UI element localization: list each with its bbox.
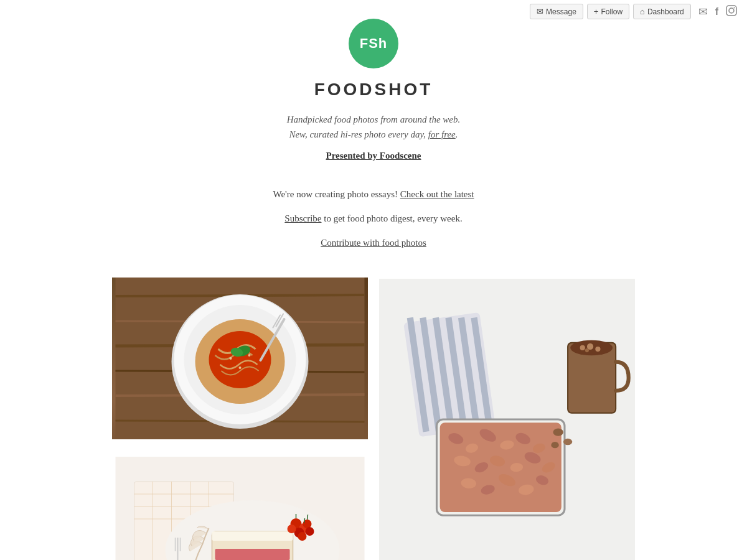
svg-point-52 — [551, 442, 558, 448]
svg-point-19 — [239, 366, 242, 369]
message-icon: ✉ — [537, 7, 543, 16]
svg-point-18 — [248, 354, 251, 357]
check-out-latest-link[interactable]: Check out the latest — [400, 189, 474, 199]
presented-by-link[interactable]: Presented by Foodscene — [326, 151, 421, 161]
tagline-line1: Handpicked food photos from around the w… — [287, 112, 460, 127]
photo-item-granola[interactable] — [379, 278, 635, 560]
svg-rect-72 — [215, 549, 290, 560]
svg-point-51 — [563, 439, 572, 445]
berry-photo — [112, 457, 368, 560]
dashboard-label: Dashboard — [647, 7, 684, 16]
tagline: Handpicked food photos from around the w… — [287, 112, 460, 142]
header: FSh FOODSHOT Handpicked food photos from… — [0, 0, 747, 167]
email-social-icon[interactable]: ✉ — [698, 5, 708, 19]
subscribe-paragraph: Subscribe to get food photo digest, ever… — [12, 210, 735, 227]
essays-paragraph: We're now creating photo essays! Check o… — [12, 186, 735, 203]
svg-point-1 — [729, 8, 734, 13]
logo: FSh — [349, 19, 398, 68]
body-section: We're now creating photo essays! Check o… — [0, 167, 747, 271]
facebook-icon[interactable]: f — [715, 6, 718, 17]
subscribe-link[interactable]: Subscribe — [284, 213, 321, 223]
svg-rect-71 — [212, 531, 293, 541]
dashboard-icon: ⌂ — [640, 7, 645, 16]
follow-label: Follow — [601, 7, 622, 16]
svg-point-57 — [595, 347, 600, 352]
svg-point-2 — [734, 7, 735, 8]
svg-point-78 — [298, 532, 307, 541]
svg-rect-0 — [726, 6, 736, 16]
photo-grid — [0, 271, 747, 560]
social-icons: ✉ f — [695, 5, 741, 19]
granola-photo — [379, 278, 635, 560]
svg-point-58 — [585, 348, 589, 352]
tagline-line2: New, curated hi-res photo every day, for… — [287, 127, 460, 142]
site-title: FOODSHOT — [314, 80, 433, 100]
svg-point-55 — [580, 345, 585, 350]
for-free-link[interactable]: for free — [428, 129, 456, 139]
svg-point-17 — [230, 357, 232, 360]
pasta-photo — [112, 278, 368, 439]
contribute-link[interactable]: Contribute with food photos — [321, 238, 426, 248]
message-button[interactable]: ✉ Message — [530, 4, 583, 19]
message-label: Message — [546, 7, 576, 16]
svg-line-82 — [308, 515, 308, 520]
dashboard-button[interactable]: ⌂ Dashboard — [633, 4, 691, 19]
instagram-icon[interactable] — [726, 5, 737, 19]
top-bar: ✉ Message + Follow ⌂ Dashboard ✉ f — [524, 0, 747, 23]
contribute-paragraph: Contribute with food photos — [12, 235, 735, 251]
follow-icon: + — [594, 7, 599, 16]
svg-point-79 — [306, 527, 314, 536]
svg-point-50 — [553, 428, 563, 436]
follow-button[interactable]: + Follow — [587, 4, 629, 19]
svg-line-81 — [304, 518, 305, 523]
svg-point-77 — [288, 525, 296, 533]
photo-item-pasta[interactable] — [112, 278, 368, 446]
logo-text: FSh — [360, 35, 388, 52]
photo-item-berry[interactable] — [112, 457, 368, 560]
